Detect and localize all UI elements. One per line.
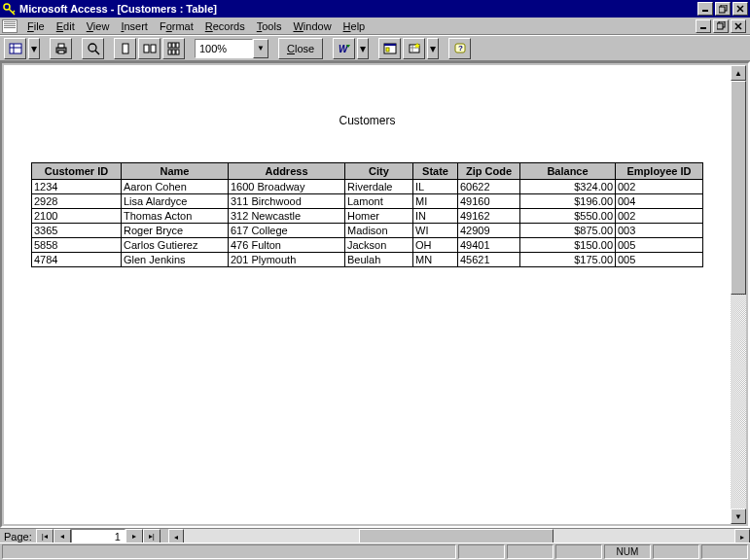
column-header: City [345,163,413,180]
menu-insert[interactable]: Insert [115,18,154,34]
customers-table: Customer IDNameAddressCityStateZip CodeB… [31,162,703,267]
status-pane-5 [653,544,699,559]
table-cell: 312 Newcastle [229,209,345,224]
officelinks-button[interactable]: W [333,38,355,59]
page-number-input[interactable]: 1 [71,529,125,543]
menu-window[interactable]: Window [287,18,337,34]
column-header: Balance [520,163,616,180]
mdi-restore-button[interactable] [713,19,729,33]
table-cell: Carlos Gutierez [122,238,229,253]
minimize-button[interactable] [697,2,713,16]
table-cell: 42909 [458,224,520,238]
svg-rect-28 [172,50,175,54]
menu-format[interactable]: Format [154,18,199,34]
table-cell: 617 College [229,224,345,238]
new-object-button[interactable] [403,38,425,59]
svg-rect-10 [717,23,723,29]
table-row: 2928Lisa Alardyce311 BirchwoodLamontMI49… [32,194,703,209]
column-header: Zip Code [458,163,520,180]
two-page-button[interactable] [138,38,161,59]
menu-records[interactable]: Records [199,18,251,34]
table-cell: Lamont [345,194,413,209]
menu-tools[interactable]: Tools [251,18,288,34]
document-icon[interactable] [2,19,18,33]
table-row: 5858Carlos Gutierez476 FultonJacksonOH49… [32,238,703,253]
svg-rect-13 [10,44,21,53]
officelinks-dropdown[interactable]: ▾ [357,38,369,59]
print-preview-page[interactable]: Customers Customer IDNameAddressCityStat… [4,65,731,524]
table-cell: Beulah [345,253,413,267]
table-cell: 201 Plymouth [229,253,345,267]
close-button[interactable] [732,2,748,16]
svg-point-19 [89,44,96,52]
app-key-icon [2,2,16,16]
table-cell: 49401 [458,238,520,253]
table-cell: 002 [616,209,703,224]
scroll-thumb[interactable] [731,81,746,295]
menu-file[interactable]: File [21,18,51,34]
svg-rect-27 [168,50,171,54]
workarea: Customers Customer IDNameAddressCityStat… [0,61,750,528]
svg-rect-18 [58,51,64,53]
status-pane-3 [555,544,602,559]
menu-view[interactable]: View [81,18,116,34]
svg-line-20 [95,51,99,54]
zoom-button[interactable] [82,38,104,59]
prev-page-button[interactable]: ◂ [54,529,71,543]
close-preview-button[interactable]: Close [278,38,323,59]
table-row: 3365Roger Bryce617 CollegeMadisonWI42909… [32,224,703,238]
scroll-down-button[interactable]: ▼ [731,508,746,524]
svg-rect-17 [58,44,64,48]
database-window-button[interactable] [378,38,401,59]
zoom-dropdown-button[interactable]: ▼ [253,39,268,58]
table-cell: 003 [616,224,703,238]
menu-help[interactable]: Help [338,18,372,34]
table-cell: 49160 [458,194,520,209]
zoom-level-input[interactable]: 100% [195,39,253,58]
table-cell: 3365 [32,224,122,238]
table-cell: IL [413,180,458,194]
column-header: State [413,163,458,180]
status-pane-1 [458,544,505,559]
table-cell: MN [413,253,458,267]
table-cell: 1600 Broadway [229,180,345,194]
table-cell: Glen Jenkins [122,253,229,267]
table-cell: 005 [616,253,703,267]
table-cell: WI [413,224,458,238]
last-page-button[interactable]: ▸| [143,529,161,543]
mdi-close-button[interactable] [731,19,746,33]
column-header: Address [229,163,345,180]
restore-button[interactable] [715,2,731,16]
titlebar: Microsoft Access - [Customers : Table] [0,0,750,18]
table-cell: $550.00 [520,209,616,224]
mdi-minimize-button[interactable] [696,19,711,33]
print-button[interactable] [50,38,72,59]
hscroll-thumb[interactable] [359,529,554,543]
horizontal-scrollbar[interactable]: ◂ ▸ [168,529,750,543]
page-nav-bar: Page: |◂ ◂ 1 ▸ ▸| ◂ ▸ [0,528,750,543]
next-page-button[interactable]: ▸ [125,529,143,543]
table-cell: 2928 [32,194,122,209]
table-cell: 004 [616,194,703,209]
table-cell: 5858 [32,238,122,253]
table-row: 1234Aaron Cohen1600 BroadwayRiverdaleIL6… [32,180,703,194]
first-page-button[interactable]: |◂ [36,529,54,543]
table-cell: $175.00 [520,253,616,267]
new-object-dropdown[interactable]: ▾ [427,38,439,59]
menu-edit[interactable]: Edit [51,18,81,34]
table-cell: $875.00 [520,224,616,238]
design-view-button[interactable] [4,38,26,59]
vertical-scrollbar[interactable]: ▲ ▼ [731,65,746,524]
help-button[interactable]: ? [448,38,471,59]
multi-page-button[interactable] [162,38,185,59]
table-cell: $150.00 [520,238,616,253]
view-dropdown-button[interactable]: ▾ [28,38,40,59]
table-cell: Roger Bryce [122,224,229,238]
svg-rect-33 [386,48,389,52]
scroll-up-button[interactable]: ▲ [731,65,746,81]
table-cell: Jackson [345,238,413,253]
status-main [2,544,456,559]
table-cell: 60622 [458,180,520,194]
one-page-button[interactable] [114,38,136,59]
svg-rect-29 [176,50,179,54]
